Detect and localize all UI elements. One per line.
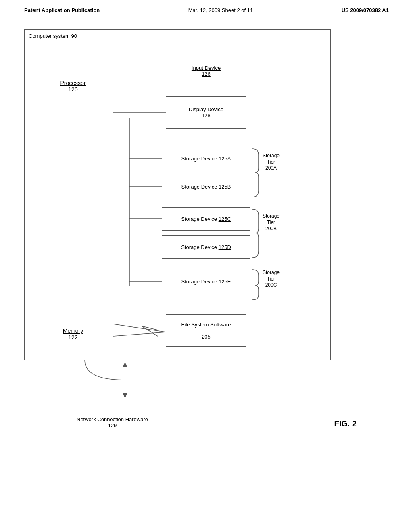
storage-device-125e-label: Storage Device 125E: [181, 278, 231, 285]
memory-box: Memory 122: [33, 312, 113, 356]
below-diagram: Network Connection Hardware 129 FIG. 2: [24, 360, 389, 441]
storage-tier-200b-label: StorageTier200B: [263, 213, 280, 232]
computer-system-box: Computer system 90 Processor 120 Memory …: [24, 29, 331, 360]
display-device-label: Display Device 128: [189, 106, 223, 118]
processor-box: Processor 120: [33, 54, 113, 118]
storage-device-125b-number: 125B: [219, 184, 231, 190]
storage-tier-200c-label: StorageTier200C: [263, 270, 280, 289]
svg-line-11: [113, 324, 166, 332]
storage-device-125d-number: 125D: [219, 244, 231, 250]
computer-system-label: Computer system 90: [29, 33, 77, 39]
header-center: Mar. 12, 2009 Sheet 2 of 11: [188, 7, 253, 13]
storage-device-125a-box: Storage Device 125A: [162, 147, 250, 170]
header-right: US 2009/070382 A1: [342, 7, 389, 13]
file-system-number: 205: [181, 334, 231, 340]
svg-line-10: [142, 326, 158, 330]
storage-device-125a-label: Storage Device 125A: [181, 156, 231, 162]
display-device-text: Display Device: [189, 106, 223, 112]
storage-device-125c-number: 125C: [219, 216, 231, 222]
input-device-box: Input Device 126: [166, 55, 246, 87]
storage-device-125a-number: 125A: [219, 156, 231, 162]
header-left: Patent Application Publication: [24, 7, 100, 13]
storage-device-125c-label: Storage Device 125C: [181, 216, 231, 222]
input-device-text: Input Device: [192, 65, 221, 71]
file-system-label: File System Software 205: [181, 322, 231, 340]
display-device-number: 128: [189, 112, 223, 118]
storage-tier-200a-label: StorageTier200A: [263, 153, 280, 172]
memory-label: Memory 122: [63, 328, 83, 341]
svg-line-12: [113, 332, 166, 336]
storage-device-125d-label: Storage Device 125D: [181, 244, 231, 250]
svg-line-9: [142, 326, 158, 336]
network-connection-label: Network Connection Hardware 129: [77, 416, 148, 428]
storage-device-125d-box: Storage Device 125D: [162, 235, 250, 259]
file-system-box: File System Software 205: [166, 314, 246, 347]
storage-device-125b-label: Storage Device 125B: [181, 184, 231, 190]
storage-device-125b-box: Storage Device 125B: [162, 175, 250, 198]
storage-device-125e-number: 125E: [219, 278, 231, 285]
input-device-label: Input Device 126: [192, 65, 221, 77]
storage-device-125e-box: Storage Device 125E: [162, 270, 250, 293]
display-device-box: Display Device 128: [166, 96, 246, 129]
storage-device-125c-box: Storage Device 125C: [162, 207, 250, 231]
diagram-area: Computer system 90 Processor 120 Memory …: [24, 29, 389, 360]
processor-label: Processor 120: [60, 80, 86, 93]
page-header: Patent Application Publication Mar. 12, …: [0, 0, 413, 17]
input-device-number: 126: [192, 71, 221, 77]
figure-label: FIG. 2: [334, 419, 357, 428]
